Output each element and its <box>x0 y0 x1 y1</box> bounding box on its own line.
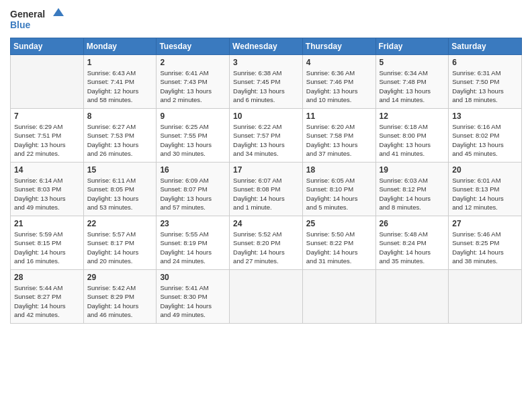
generalblue-logo: General Blue <box>10 7 64 32</box>
day-number: 22 <box>87 219 153 228</box>
calendar-cell <box>449 270 522 324</box>
calendar-cell: 23Sunrise: 5:55 AMSunset: 8:19 PMDayligh… <box>157 216 230 270</box>
cell-info: Sunrise: 6:43 AMSunset: 7:41 PMDaylight:… <box>87 68 153 104</box>
day-number: 21 <box>14 219 80 228</box>
calendar-cell: 2Sunrise: 6:41 AMSunset: 7:43 PMDaylight… <box>157 55 230 109</box>
calendar-cell: 16Sunrise: 6:09 AMSunset: 8:07 PMDayligh… <box>157 163 230 216</box>
calendar-cell: 18Sunrise: 6:05 AMSunset: 8:10 PMDayligh… <box>302 163 375 216</box>
day-number: 25 <box>306 219 372 228</box>
cell-info: Sunrise: 5:48 AMSunset: 8:24 PMDaylight:… <box>380 230 445 265</box>
cell-info: Sunrise: 6:22 AMSunset: 7:57 PMDaylight:… <box>233 122 299 158</box>
day-number: 24 <box>233 219 299 228</box>
cell-info: Sunrise: 5:52 AMSunset: 8:20 PMDaylight:… <box>233 230 299 265</box>
day-number: 5 <box>380 58 445 67</box>
calendar-cell: 21Sunrise: 5:59 AMSunset: 8:15 PMDayligh… <box>11 216 84 270</box>
cell-info: Sunrise: 5:55 AMSunset: 8:19 PMDaylight:… <box>160 230 226 265</box>
cell-info: Sunrise: 5:46 AMSunset: 8:25 PMDaylight:… <box>452 230 518 265</box>
calendar-cell <box>375 270 449 324</box>
weekday-wednesday: Wednesday <box>230 38 303 55</box>
day-number: 23 <box>160 219 226 228</box>
day-number: 19 <box>380 165 445 175</box>
header: General Blue <box>10 7 522 32</box>
cell-info: Sunrise: 6:41 AMSunset: 7:43 PMDaylight:… <box>160 68 226 104</box>
calendar-cell: 7Sunrise: 6:29 AMSunset: 7:51 PMDaylight… <box>11 109 84 163</box>
calendar-cell: 3Sunrise: 6:38 AMSunset: 7:45 PMDaylight… <box>230 55 303 109</box>
cell-info: Sunrise: 6:27 AMSunset: 7:53 PMDaylight:… <box>87 122 153 158</box>
logo: General Blue <box>10 7 64 32</box>
cell-info: Sunrise: 6:16 AMSunset: 8:02 PMDaylight:… <box>452 122 518 158</box>
cell-info: Sunrise: 5:57 AMSunset: 8:17 PMDaylight:… <box>87 230 153 265</box>
calendar-cell: 20Sunrise: 6:01 AMSunset: 8:13 PMDayligh… <box>449 163 522 216</box>
cell-info: Sunrise: 6:29 AMSunset: 7:51 PMDaylight:… <box>14 122 80 158</box>
calendar-cell: 9Sunrise: 6:25 AMSunset: 7:55 PMDaylight… <box>157 109 230 163</box>
cell-info: Sunrise: 6:20 AMSunset: 7:58 PMDaylight:… <box>306 122 372 158</box>
svg-marker-2 <box>53 8 64 16</box>
day-number: 14 <box>14 165 80 175</box>
day-number: 28 <box>14 273 80 282</box>
svg-text:General: General <box>10 9 45 19</box>
calendar-cell: 4Sunrise: 6:36 AMSunset: 7:46 PMDaylight… <box>302 55 375 109</box>
calendar-cell <box>230 270 303 324</box>
calendar-cell: 13Sunrise: 6:16 AMSunset: 8:02 PMDayligh… <box>449 109 522 163</box>
weekday-saturday: Saturday <box>449 38 522 55</box>
calendar-cell: 29Sunrise: 5:42 AMSunset: 8:29 PMDayligh… <box>83 270 157 324</box>
day-number: 4 <box>306 58 372 67</box>
calendar-cell: 22Sunrise: 5:57 AMSunset: 8:17 PMDayligh… <box>83 216 157 270</box>
cell-info: Sunrise: 6:31 AMSunset: 7:50 PMDaylight:… <box>452 68 518 104</box>
day-number: 1 <box>87 58 153 67</box>
cell-info: Sunrise: 6:36 AMSunset: 7:46 PMDaylight:… <box>306 68 372 104</box>
day-number: 13 <box>452 111 518 121</box>
calendar-cell: 1Sunrise: 6:43 AMSunset: 7:41 PMDaylight… <box>83 55 157 109</box>
cell-info: Sunrise: 5:42 AMSunset: 8:29 PMDaylight:… <box>87 283 153 319</box>
cell-info: Sunrise: 5:59 AMSunset: 8:15 PMDaylight:… <box>14 230 80 265</box>
calendar-cell: 28Sunrise: 5:44 AMSunset: 8:27 PMDayligh… <box>11 270 84 324</box>
cell-info: Sunrise: 5:44 AMSunset: 8:27 PMDaylight:… <box>14 283 80 319</box>
calendar-cell: 17Sunrise: 6:07 AMSunset: 8:08 PMDayligh… <box>230 163 303 216</box>
week-row-4: 28Sunrise: 5:44 AMSunset: 8:27 PMDayligh… <box>11 270 522 324</box>
cell-info: Sunrise: 6:38 AMSunset: 7:45 PMDaylight:… <box>233 68 299 104</box>
day-number: 12 <box>380 111 445 121</box>
weekday-monday: Monday <box>83 38 157 55</box>
weekday-header-row: SundayMondayTuesdayWednesdayThursdayFrid… <box>11 38 522 55</box>
cell-info: Sunrise: 6:05 AMSunset: 8:10 PMDaylight:… <box>306 176 372 212</box>
day-number: 8 <box>87 111 153 121</box>
calendar-cell <box>11 55 84 109</box>
calendar-cell: 11Sunrise: 6:20 AMSunset: 7:58 PMDayligh… <box>302 109 375 163</box>
calendar-cell: 27Sunrise: 5:46 AMSunset: 8:25 PMDayligh… <box>449 216 522 270</box>
page: General Blue SundayMondayTuesdayWednesda… <box>0 0 532 411</box>
cell-info: Sunrise: 5:50 AMSunset: 8:22 PMDaylight:… <box>306 230 372 265</box>
day-number: 27 <box>452 219 518 228</box>
week-row-0: 1Sunrise: 6:43 AMSunset: 7:41 PMDaylight… <box>11 55 522 109</box>
cell-info: Sunrise: 6:14 AMSunset: 8:03 PMDaylight:… <box>14 176 80 212</box>
calendar-cell <box>302 270 375 324</box>
weekday-thursday: Thursday <box>302 38 375 55</box>
day-number: 26 <box>380 219 445 228</box>
calendar-cell: 24Sunrise: 5:52 AMSunset: 8:20 PMDayligh… <box>230 216 303 270</box>
weekday-sunday: Sunday <box>11 38 84 55</box>
day-number: 29 <box>87 273 153 282</box>
cell-info: Sunrise: 6:34 AMSunset: 7:48 PMDaylight:… <box>380 68 445 104</box>
cell-info: Sunrise: 5:41 AMSunset: 8:30 PMDaylight:… <box>160 283 226 319</box>
calendar-cell: 14Sunrise: 6:14 AMSunset: 8:03 PMDayligh… <box>11 163 84 216</box>
calendar-cell: 12Sunrise: 6:18 AMSunset: 8:00 PMDayligh… <box>375 109 449 163</box>
calendar-cell: 19Sunrise: 6:03 AMSunset: 8:12 PMDayligh… <box>375 163 449 216</box>
cell-info: Sunrise: 6:07 AMSunset: 8:08 PMDaylight:… <box>233 176 299 212</box>
day-number: 9 <box>160 111 226 121</box>
cell-info: Sunrise: 6:01 AMSunset: 8:13 PMDaylight:… <box>452 176 518 212</box>
calendar-cell: 30Sunrise: 5:41 AMSunset: 8:30 PMDayligh… <box>157 270 230 324</box>
cell-info: Sunrise: 6:03 AMSunset: 8:12 PMDaylight:… <box>380 176 445 212</box>
calendar-cell: 10Sunrise: 6:22 AMSunset: 7:57 PMDayligh… <box>230 109 303 163</box>
day-number: 3 <box>233 58 299 67</box>
calendar-cell: 15Sunrise: 6:11 AMSunset: 8:05 PMDayligh… <box>83 163 157 216</box>
calendar-cell: 8Sunrise: 6:27 AMSunset: 7:53 PMDaylight… <box>83 109 157 163</box>
day-number: 18 <box>306 165 372 175</box>
day-number: 16 <box>160 165 226 175</box>
day-number: 30 <box>160 273 226 282</box>
day-number: 11 <box>306 111 372 121</box>
day-number: 15 <box>87 165 153 175</box>
day-number: 6 <box>452 58 518 67</box>
cell-info: Sunrise: 6:18 AMSunset: 8:00 PMDaylight:… <box>380 122 445 158</box>
cell-info: Sunrise: 6:09 AMSunset: 8:07 PMDaylight:… <box>160 176 226 212</box>
weekday-tuesday: Tuesday <box>157 38 230 55</box>
week-row-2: 14Sunrise: 6:14 AMSunset: 8:03 PMDayligh… <box>11 163 522 216</box>
